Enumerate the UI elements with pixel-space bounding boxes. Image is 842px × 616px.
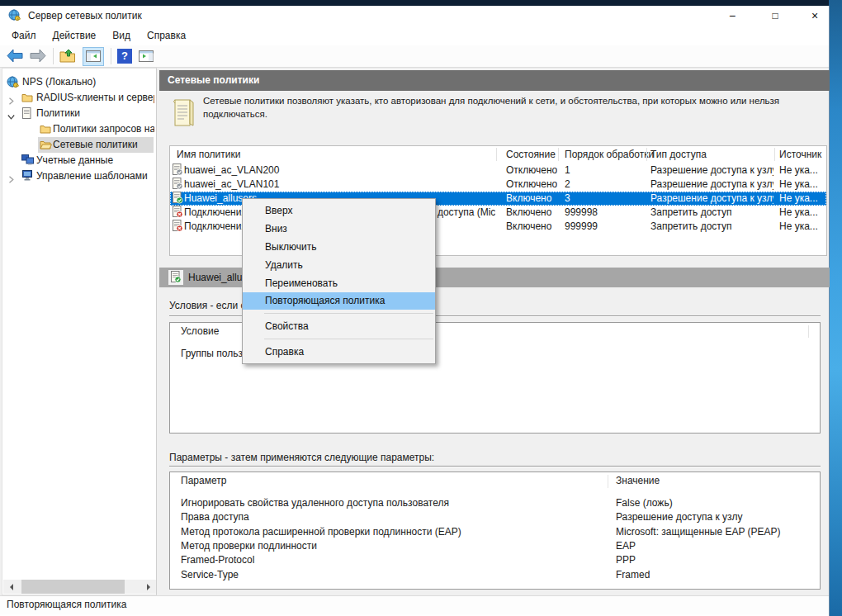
setting-value: Разрешение доступа к узлу bbox=[616, 510, 814, 524]
setting-parameter: Метод протокола расширенной проверки под… bbox=[181, 525, 603, 539]
setting-value: PPP bbox=[616, 553, 814, 567]
menu-действие[interactable]: Действие bbox=[45, 26, 105, 45]
policy-order: 2 bbox=[565, 178, 647, 192]
policy-state: Отключено bbox=[506, 178, 557, 192]
setting-parameter: Framed-Protocol bbox=[181, 553, 603, 567]
back-icon[interactable] bbox=[7, 49, 23, 65]
setting-row-3[interactable]: Метод протокола расширенной проверки под… bbox=[170, 525, 818, 539]
context-menu-item-вверх[interactable]: Вверх bbox=[243, 201, 435, 220]
content-pane-title: Сетевые политики bbox=[168, 74, 259, 86]
policy-order: 999998 bbox=[565, 206, 647, 220]
sidebar-item-сетевые[interactable]: Сетевые политики bbox=[2, 137, 156, 153]
context-menu-item-выключить[interactable]: Выключить bbox=[243, 238, 435, 256]
setting-row-1[interactable]: Игнорировать свойства удаленного доступа… bbox=[170, 496, 818, 510]
context-menu-item-свойства[interactable]: Свойства bbox=[243, 317, 435, 335]
status-text: Повторяющаяся политика bbox=[7, 599, 126, 610]
policy-order: 999999 bbox=[565, 220, 647, 234]
chevron-right-icon[interactable] bbox=[7, 173, 15, 188]
sidebar-item-nps-root[interactable]: NPS (Локально) bbox=[2, 74, 156, 90]
setting-row-6[interactable]: Service-TypeFramed bbox=[170, 568, 818, 582]
policy-state: Включено bbox=[506, 220, 557, 234]
window-top-border bbox=[0, 0, 842, 6]
app-window: Сервер сетевых политик − □ × ФайлДействи… bbox=[0, 6, 830, 616]
setting-row-2[interactable]: Права доступаРазрешение доступа к узлу bbox=[170, 510, 818, 524]
column-divider[interactable] bbox=[496, 148, 497, 161]
setting-parameter: Права доступа bbox=[181, 510, 603, 524]
maximize-button[interactable]: □ bbox=[761, 6, 789, 26]
sidebar-item-radius-клиенты[interactable]: RADIUS-клиенты и серверы bbox=[2, 90, 156, 106]
policy-access-type: Разрешение доступа к узлу bbox=[650, 192, 773, 206]
settings-section-label: Параметры - затем применяются следующие … bbox=[169, 451, 820, 464]
computer-icon bbox=[21, 170, 34, 186]
context-menu-item-справка[interactable]: Справка bbox=[243, 343, 435, 361]
column-divider bbox=[808, 325, 809, 338]
policy-row-2[interactable]: huawei_ac_VLAN101Отключено2Разрешение до… bbox=[170, 178, 826, 192]
toolbar-separator bbox=[111, 48, 111, 64]
show-console-tree-icon[interactable] bbox=[83, 47, 104, 66]
forward-icon[interactable] bbox=[30, 49, 46, 65]
context-menu-item-повторяющаяся-политика[interactable]: Повторяющаяся политика bbox=[243, 292, 435, 310]
setting-value: False (ложь) bbox=[616, 496, 814, 510]
sidebar-item-label: Учетные данные bbox=[36, 153, 154, 168]
column-divider[interactable] bbox=[774, 148, 775, 161]
scroll-left-icon[interactable] bbox=[3, 580, 17, 594]
sidebar-item-label: NPS (Локально) bbox=[22, 74, 154, 90]
context-menu-item-вниз[interactable]: Вниз bbox=[243, 220, 435, 238]
column-header-1[interactable]: Состояние bbox=[506, 146, 556, 163]
setting-parameter: Service-Type bbox=[181, 568, 603, 582]
setting-parameter: Игнорировать свойства удаленного доступа… bbox=[181, 496, 603, 510]
minimize-button[interactable]: − bbox=[718, 6, 746, 26]
policy-access-type: Запретить доступ bbox=[650, 206, 773, 220]
sidebar-item-политики[interactable]: Политики запросов на подключение bbox=[2, 121, 156, 137]
column-header-4[interactable]: Источник bbox=[779, 146, 821, 163]
setting-parameter: Метод проверки подлинности bbox=[181, 539, 603, 553]
settings-column-header-value[interactable]: Значение bbox=[616, 472, 660, 489]
tree-horizontal-scrollbar[interactable] bbox=[3, 580, 157, 594]
help-icon[interactable]: ? bbox=[117, 49, 132, 64]
menu-справка[interactable]: Справка bbox=[139, 26, 194, 45]
policy-scroll-large-icon bbox=[172, 97, 195, 131]
column-header-2[interactable]: Порядок обработки bbox=[565, 146, 654, 163]
policy-order: 1 bbox=[565, 163, 647, 178]
app-globe-key-icon bbox=[8, 9, 21, 24]
column-header-0[interactable]: Имя политики bbox=[177, 146, 240, 163]
sidebar-item-учетные[interactable]: Учетные данные bbox=[2, 153, 156, 168]
policy-source: Не ука... bbox=[779, 206, 826, 220]
title-bar[interactable]: Сервер сетевых политик − □ × bbox=[0, 6, 829, 26]
context-menu-item-удалить[interactable]: Удалить bbox=[243, 256, 435, 274]
sidebar-item-политики[interactable]: Политики bbox=[2, 106, 156, 121]
conditions-column-header[interactable]: Условие bbox=[181, 323, 219, 339]
policy-access-type: Разрешение доступа к узлу bbox=[650, 163, 773, 178]
settings-table: Параметр Значение Игнорировать свойства … bbox=[169, 471, 821, 590]
policy-row-1[interactable]: huawei_ac_VLAN200Отключено1Разрешение до… bbox=[170, 163, 826, 178]
context-menu: ВверхВнизВыключитьУдалитьПереименоватьПо… bbox=[242, 198, 436, 364]
sidebar-item-label: RADIUS-клиенты и серверы bbox=[36, 90, 154, 106]
sidebar-item-управление[interactable]: Управление шаблонами bbox=[2, 168, 156, 184]
status-bar: Повторяющаяся политика bbox=[0, 595, 829, 614]
column-header-3[interactable]: Тип доступа bbox=[650, 146, 707, 163]
policy-access-type: Запретить доступ bbox=[650, 220, 773, 234]
column-divider[interactable] bbox=[646, 148, 647, 161]
toolbar-separator bbox=[53, 48, 54, 64]
policy-source: Не ука... bbox=[779, 220, 826, 234]
up-folder-icon[interactable] bbox=[59, 49, 76, 65]
policy-order: 3 bbox=[565, 192, 647, 206]
menu-файл[interactable]: Файл bbox=[3, 26, 45, 45]
setting-value: Framed bbox=[616, 568, 814, 582]
settings-column-header-parameter[interactable]: Параметр bbox=[181, 472, 226, 489]
console-tree: NPS (Локально)RADIUS-клиенты и серверыПо… bbox=[2, 68, 157, 595]
scroll-thumb[interactable] bbox=[21, 580, 125, 594]
desktop-background bbox=[829, 0, 842, 616]
setting-row-5[interactable]: Framed-ProtocolPPP bbox=[170, 553, 818, 567]
sidebar-item-label: Политики запросов на подключение bbox=[53, 121, 154, 137]
context-menu-item-переименовать[interactable]: Переименовать bbox=[243, 274, 435, 292]
policy-enabled-icon bbox=[168, 270, 183, 285]
content-pane-header: Сетевые политики bbox=[159, 70, 830, 91]
scroll-right-icon[interactable] bbox=[143, 580, 157, 594]
close-button[interactable]: × bbox=[801, 6, 829, 26]
setting-row-4[interactable]: Метод проверки подлинностиEAP bbox=[170, 539, 818, 553]
column-divider[interactable] bbox=[558, 148, 559, 161]
policy-name: huawei_ac_VLAN101 bbox=[184, 178, 495, 192]
show-action-pane-icon[interactable] bbox=[139, 50, 154, 64]
menu-вид[interactable]: Вид bbox=[104, 26, 139, 45]
